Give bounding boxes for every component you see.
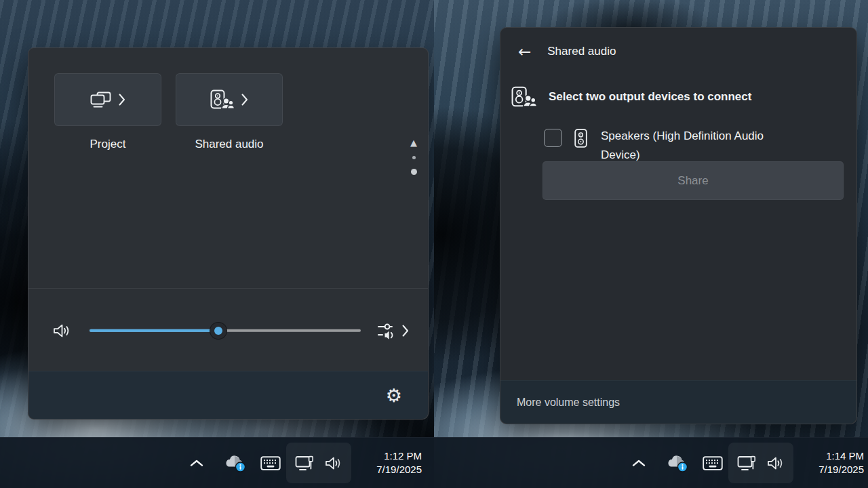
quick-settings-main: Project [28,48,428,288]
network-display-icon [737,455,758,472]
tile-label-shared-audio: Shared audio [195,138,263,151]
page-dot[interactable] [412,156,416,159]
project-icon [90,92,111,108]
onedrive-cloud-icon[interactable] [665,454,689,472]
touch-keyboard-icon[interactable] [260,456,281,470]
desktop-right: ← Shared audio [434,0,868,488]
volume-slider[interactable] [90,321,361,340]
onedrive-cloud-icon[interactable] [222,454,247,472]
more-volume-settings-link[interactable]: More volume settings [500,380,856,424]
chevron-right-icon [119,94,125,106]
page-dot-current[interactable] [411,169,417,175]
network-display-icon [295,455,316,472]
quick-settings-panel: Project [28,47,429,420]
taskbar-overflow-chevron-up-icon[interactable] [632,460,646,467]
quick-settings-tiles: Project [54,73,283,151]
shared-audio-title: Shared audio [547,45,616,58]
taskbar-time: 1:12 PM [365,449,422,463]
shared-audio-heading-row: Select two output devices to connect [511,86,751,108]
taskbar: 1:14 PM 7/19/2025 [434,437,868,488]
taskbar-clock[interactable]: 1:14 PM 7/19/2025 [807,449,864,476]
shared-audio-panel: ← Shared audio [500,27,857,424]
sound-output-mixer-icon [377,322,397,340]
system-tray-network-volume-button[interactable] [728,443,793,483]
touch-keyboard-icon[interactable] [703,456,723,470]
system-tray-network-volume-button[interactable] [286,443,351,483]
tile-label-project: Project [90,138,126,151]
taskbar-date: 7/19/2025 [365,463,422,476]
shared-audio-icon [210,89,234,110]
device-name: Speakers (High Definition Audio Device) [601,127,804,165]
taskbar-clock[interactable]: 1:12 PM 7/19/2025 [365,449,422,476]
taskbar-overflow-chevron-up-icon[interactable] [190,460,203,467]
chevron-right-icon [241,94,248,106]
speaker-device-icon [574,129,587,148]
share-button[interactable]: Share [542,161,844,200]
quick-settings-footer: ⚙ [28,371,428,419]
volume-slider-thumb[interactable] [210,322,227,340]
settings-gear-icon[interactable]: ⚙ [386,386,402,405]
shared-audio-icon [511,86,536,108]
tray-volume-icon [767,455,785,471]
sound-output-button[interactable] [377,322,409,340]
volume-row [28,288,428,372]
page-indicator: ▲ [410,139,417,175]
screen: Project [0,0,868,488]
shared-audio-heading: Select two output devices to connect [549,90,751,104]
project-tile-button[interactable] [54,73,161,126]
back-arrow-icon[interactable]: ← [518,43,531,60]
device-checkbox[interactable] [544,129,562,147]
shared-audio-tile-button[interactable] [176,73,283,126]
chevron-right-icon [402,325,409,337]
tile-shared-audio-group: Shared audio [176,73,283,151]
volume-slider-fill [90,329,218,332]
taskbar-time: 1:14 PM [807,449,864,463]
taskbar-date: 7/19/2025 [807,463,864,476]
page-up-arrow[interactable]: ▲ [410,139,417,146]
shared-audio-header: ← Shared audio [518,43,616,60]
device-row: Speakers (High Definition Audio Device) [544,127,804,165]
desktop-left: Project [0,0,434,488]
taskbar: 1:12 PM 7/19/2025 [0,437,434,488]
tile-project-group: Project [54,73,161,151]
tray-volume-icon [325,455,342,471]
volume-speaker-icon[interactable] [53,323,71,339]
